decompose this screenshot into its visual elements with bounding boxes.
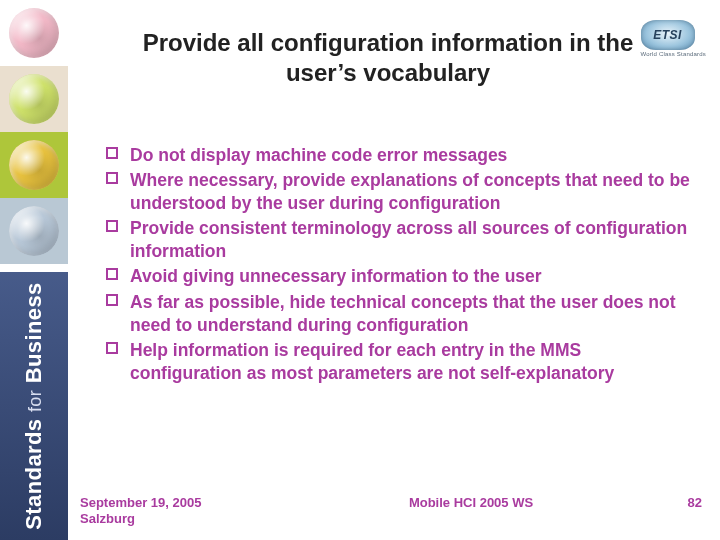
bullet-item: Provide consistent terminology across al… — [100, 217, 690, 263]
moon-icon — [9, 206, 59, 256]
footer-page-number: 82 — [642, 495, 702, 510]
square-bullet-icon — [106, 220, 118, 232]
brand-word-2: for — [25, 390, 45, 412]
bullet-text: Avoid giving unnecessary information to … — [130, 266, 542, 286]
slide-title: Provide all configuration information in… — [120, 28, 656, 88]
square-bullet-icon — [106, 147, 118, 159]
moon-icon — [9, 8, 59, 58]
sidebar-tile-2 — [0, 66, 68, 132]
footer-date-line2: Salzburg — [80, 511, 300, 527]
bullet-list: Do not display machine code error messag… — [100, 144, 690, 387]
bullet-item: Help information is required for each en… — [100, 339, 690, 385]
square-bullet-icon — [106, 342, 118, 354]
moon-icon — [9, 74, 59, 124]
bullet-text: Where necessary, provide explanations of… — [130, 170, 690, 213]
footer-date-line1: September 19, 2005 — [80, 495, 300, 511]
sidebar-tile-3 — [0, 132, 68, 198]
footer-date: September 19, 2005 Salzburg — [80, 495, 300, 528]
square-bullet-icon — [106, 172, 118, 184]
brand-word-1: Standards — [21, 419, 46, 530]
bullet-text: Provide consistent terminology across al… — [130, 218, 687, 261]
sidebar-brand-text: Standards for Business — [21, 282, 47, 529]
bullet-text: As far as possible, hide technical conce… — [130, 292, 676, 335]
bullet-item: Avoid giving unnecessary information to … — [100, 265, 690, 288]
footer-event: Mobile HCI 2005 WS — [300, 495, 642, 510]
sidebar-brand-band: Standards for Business — [0, 272, 68, 540]
slide: Standards for Business ETSI World Class … — [0, 0, 720, 540]
etsi-logo-text: ETSI — [653, 28, 682, 42]
moon-icon — [9, 140, 59, 190]
square-bullet-icon — [106, 268, 118, 280]
bullet-item: Do not display machine code error messag… — [100, 144, 690, 167]
bullet-item: As far as possible, hide technical conce… — [100, 291, 690, 337]
footer: September 19, 2005 Salzburg Mobile HCI 2… — [80, 495, 702, 528]
sidebar: Standards for Business — [0, 0, 68, 540]
bullet-text: Help information is required for each en… — [130, 340, 614, 383]
sidebar-tile-4 — [0, 198, 68, 264]
brand-word-3: Business — [21, 282, 46, 383]
square-bullet-icon — [106, 294, 118, 306]
bullet-item: Where necessary, provide explanations of… — [100, 169, 690, 215]
bullet-text: Do not display machine code error messag… — [130, 145, 507, 165]
sidebar-tile-1 — [0, 0, 68, 66]
